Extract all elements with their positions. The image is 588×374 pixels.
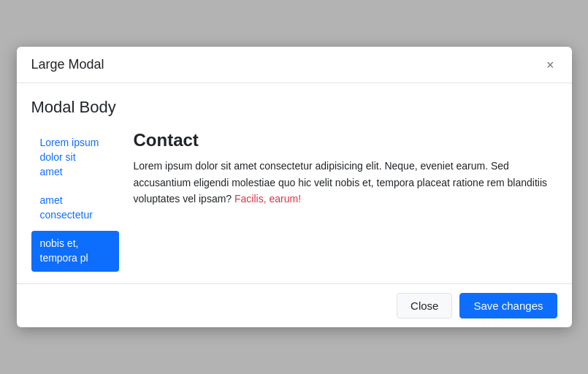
save-changes-button[interactable]: Save changes — [459, 293, 557, 318]
modal-body-title: Modal Body — [31, 98, 557, 117]
content-text-normal: Lorem ipsum dolor sit amet consectetur a… — [134, 160, 548, 205]
modal-content-area: Lorem ipsumdolor sitamet ametconsectetur… — [31, 130, 557, 271]
modal-backdrop: Large Modal × Modal Body Lorem ipsumdolo… — [0, 0, 588, 374]
sidebar-item-1[interactable]: ametconsectetur — [31, 188, 119, 228]
sidebar-item-0[interactable]: Lorem ipsumdolor sitamet — [31, 130, 119, 185]
modal-close-x-button[interactable]: × — [543, 58, 557, 72]
content-text-highlight: Facilis, earum! — [234, 193, 301, 205]
close-button[interactable]: Close — [397, 293, 452, 318]
modal: Large Modal × Modal Body Lorem ipsumdolo… — [17, 47, 572, 327]
modal-title: Large Modal — [31, 57, 104, 72]
content-text: Lorem ipsum dolor sit amet consectetur a… — [134, 158, 557, 207]
modal-body: Modal Body Lorem ipsumdolor sitamet amet… — [17, 83, 572, 283]
modal-header: Large Modal × — [17, 47, 572, 83]
sidebar-list: Lorem ipsumdolor sitamet ametconsectetur… — [31, 130, 119, 271]
modal-footer: Close Save changes — [17, 283, 572, 327]
main-content: Contact Lorem ipsum dolor sit amet conse… — [134, 130, 557, 271]
sidebar-item-2[interactable]: nobis et,tempora pl — [31, 231, 119, 271]
content-heading: Contact — [134, 130, 557, 150]
